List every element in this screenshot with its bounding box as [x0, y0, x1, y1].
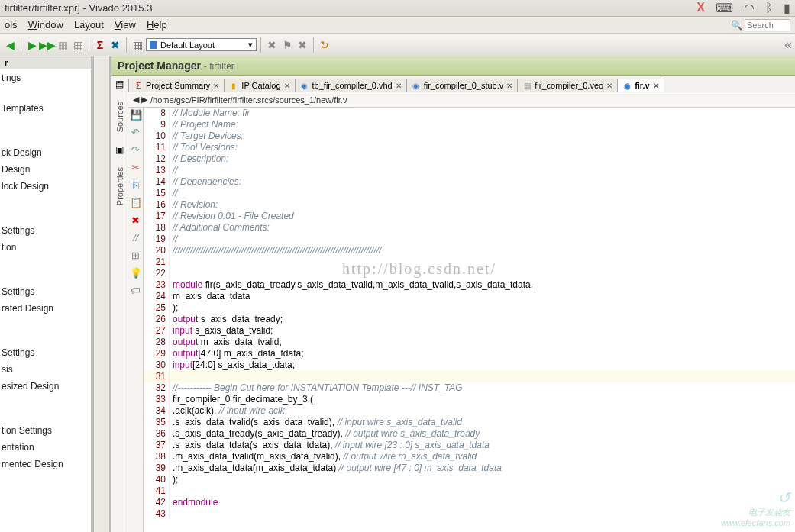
pin-icon[interactable]: ✖	[265, 38, 279, 52]
code-line[interactable]: 39 .m_axis_data_tdata(m_axis_data_tdata)…	[144, 463, 795, 474]
line-content[interactable]: .m_axis_data_tvalid(m_axis_data_tvalid),…	[170, 451, 795, 463]
nav-item[interactable]: Settings	[0, 344, 91, 361]
line-content[interactable]: // Project Name:	[170, 119, 795, 131]
line-content[interactable]: );	[170, 302, 795, 314]
paste-icon[interactable]: 📋	[130, 197, 142, 208]
close-icon[interactable]: ✕	[606, 82, 612, 90]
run-all-button[interactable]: ▶▶	[40, 38, 54, 52]
line-content[interactable]: // Tool Versions:	[170, 142, 795, 153]
code-line[interactable]: 24 m_axis_data_tdata	[144, 291, 795, 302]
find-icon[interactable]: ⊞	[131, 250, 140, 261]
line-content[interactable]	[170, 508, 795, 520]
line-content[interactable]: m_axis_data_tdata	[170, 291, 795, 302]
line-content[interactable]: .s_axis_data_tdata(s_axis_data_tdata), /…	[170, 440, 795, 451]
code-line[interactable]: 16// Revision:	[144, 199, 795, 211]
nav-item[interactable]: sis	[0, 361, 91, 378]
wifi-icon[interactable]: ◠	[744, 1, 755, 15]
nav-item[interactable]: tings	[0, 69, 91, 86]
nav-item[interactable]: entation	[0, 439, 91, 456]
nav-item[interactable]: esized Design	[0, 378, 91, 395]
nav-item[interactable]: Design	[0, 161, 91, 178]
line-content[interactable]	[170, 485, 795, 497]
close-icon[interactable]: ✕	[284, 82, 290, 90]
code-line[interactable]: 30 input[24:0] s_axis_data_tdata;	[144, 360, 795, 371]
code-line[interactable]: 36 .s_axis_data_tready(s_axis_data_tread…	[144, 428, 795, 440]
close-icon[interactable]: ✕	[653, 82, 659, 90]
code-line[interactable]: 26 output s_axis_data_tready;	[144, 314, 795, 325]
code-line[interactable]: 9// Project Name:	[144, 119, 795, 131]
code-line[interactable]: 38 .m_axis_data_tvalid(m_axis_data_tvali…	[144, 451, 795, 463]
editor-tab[interactable]: ◉fir.v✕	[617, 79, 664, 92]
code-line[interactable]: 8// Module Name: fir	[144, 108, 795, 119]
code-line[interactable]: 20//////////////////////////////////////…	[144, 245, 795, 256]
code-line[interactable]: 29 output[47:0] m_axis_data_tdata;	[144, 348, 795, 360]
line-content[interactable]: //----------- Begin Cut here for INSTANT…	[170, 382, 795, 394]
impl-button[interactable]: ▦	[71, 38, 85, 52]
line-content[interactable]: // Revision:	[170, 199, 795, 211]
editor-tab[interactable]: ▤fir_compiler_0.veo✕	[517, 79, 618, 92]
line-content[interactable]: ////////////////////////////////////////…	[170, 245, 795, 256]
menu-tools[interactable]: ols	[5, 19, 18, 31]
line-content[interactable]: .s_axis_data_tready(s_axis_data_tready),…	[170, 428, 795, 440]
sigma-button[interactable]: Σ	[93, 38, 107, 52]
line-content[interactable]: fir_compiler_0 fir_decimate_by_3 (	[170, 394, 795, 405]
code-line[interactable]: 43	[144, 508, 795, 520]
x-button[interactable]: ✖	[108, 38, 122, 52]
line-content[interactable]: // Module Name: fir	[170, 108, 795, 119]
sources-panel[interactable]: Sources	[115, 102, 124, 132]
menu-layout[interactable]: Layout	[74, 19, 104, 31]
line-content[interactable]	[170, 371, 795, 382]
line-content[interactable]: input[24:0] s_axis_data_tdata;	[170, 360, 795, 371]
editor-tab[interactable]: ΣProject Summary✕	[128, 79, 225, 92]
close-icon[interactable]: ✕	[396, 82, 402, 90]
nav-item[interactable]: Templates	[0, 100, 91, 117]
label-icon[interactable]: 🏷	[131, 285, 141, 296]
code-line[interactable]: 23module fir(s_axis_data_tready,s_axis_d…	[144, 279, 795, 291]
code-line[interactable]: 12// Description:	[144, 153, 795, 165]
redo-icon[interactable]: ↷	[131, 144, 140, 156]
cut-icon[interactable]: ✂	[131, 162, 140, 173]
collapse-handle[interactable]	[92, 56, 111, 532]
code-line[interactable]: 14// Dependencies:	[144, 176, 795, 188]
menu-help[interactable]: Help	[147, 19, 167, 31]
layout-selector[interactable]: Default Layout ▾	[146, 38, 257, 51]
undo-icon[interactable]: ↶	[131, 127, 140, 138]
editor-tab[interactable]: ◉tb_fir_compiler_0.vhd✕	[295, 79, 407, 92]
code-line[interactable]: 13//	[144, 165, 795, 176]
code-line[interactable]: 34 .aclk(aclk), // input wire aclk	[144, 405, 795, 417]
code-editor[interactable]: 💾 ↶ ↷ ✂ ⎘ 📋 ✖ // ⊞ 💡 🏷 8// Module Name: …	[128, 108, 795, 532]
code-line[interactable]: 17// Revision 0.01 - File Created	[144, 211, 795, 222]
nav-item[interactable]: ck Design	[0, 144, 91, 161]
nav-item[interactable]: Settings	[0, 222, 91, 239]
comment-icon[interactable]: //	[133, 232, 138, 243]
nav-item[interactable]: tion	[0, 239, 91, 256]
code-line[interactable]: 19//	[144, 234, 795, 245]
code-line[interactable]: 35 .s_axis_data_tvalid(s_axis_data_tvali…	[144, 417, 795, 428]
code-line[interactable]: 32 //----------- Begin Cut here for INST…	[144, 382, 795, 394]
code-line[interactable]: 10// Target Devices:	[144, 131, 795, 142]
code-line[interactable]: 25 );	[144, 302, 795, 314]
line-content[interactable]: // Dependencies:	[170, 176, 795, 188]
bulb-icon[interactable]: 💡	[130, 267, 142, 279]
search-box[interactable]: 🔍	[731, 19, 790, 31]
copy-icon[interactable]: ⎘	[133, 179, 139, 191]
back-button[interactable]: ◀	[3, 38, 17, 52]
line-content[interactable]: .m_axis_data_tdata(m_axis_data_tdata) //…	[170, 463, 795, 474]
tree-icon[interactable]: ▤	[115, 79, 124, 89]
chevron-left-icon[interactable]: «	[784, 37, 792, 53]
code-line[interactable]: 15//	[144, 188, 795, 199]
keyboard-icon[interactable]: ⌨	[716, 1, 733, 15]
nav-item[interactable]: tion Settings	[0, 422, 91, 439]
editor-tab[interactable]: ▮IP Catalog✕	[224, 79, 295, 92]
filter-icon[interactable]: ⚑	[280, 38, 294, 52]
line-content[interactable]: .aclk(aclk), // input wire aclk	[170, 405, 795, 417]
nav-item[interactable]: mented Design	[0, 456, 91, 472]
save-icon[interactable]: 💾	[130, 109, 142, 121]
line-content[interactable]: // Revision 0.01 - File Created	[170, 211, 795, 222]
code-line[interactable]: 33 fir_compiler_0 fir_decimate_by_3 (	[144, 394, 795, 405]
search-input[interactable]	[745, 19, 790, 31]
line-content[interactable]: .s_axis_data_tvalid(s_axis_data_tvalid),…	[170, 417, 795, 428]
code-line[interactable]: 40 );	[144, 474, 795, 485]
code-line[interactable]: 11// Tool Versions:	[144, 142, 795, 153]
code-line[interactable]: 18// Additional Comments:	[144, 222, 795, 234]
